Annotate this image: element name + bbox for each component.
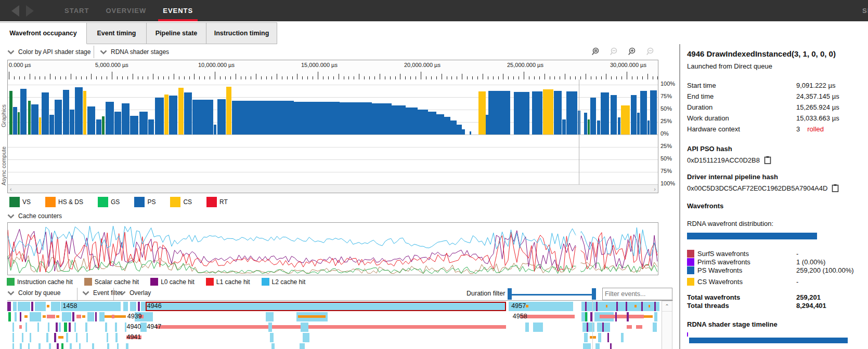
timeline-event-bar[interactable]	[72, 312, 74, 321]
tab-instruction-timing[interactable]: Instruction timing	[206, 22, 277, 44]
event-timeline-scrollbar[interactable]: ⌃	[662, 301, 672, 349]
nav-item-overview[interactable]: OVERVIEW	[101, 0, 151, 21]
timeline-event-bar[interactable]	[654, 302, 656, 311]
timeline-event-bar[interactable]	[58, 336, 63, 339]
timeline-event-bar[interactable]	[123, 302, 128, 311]
timeline-event-bar[interactable]	[28, 343, 30, 349]
timeline-event-bar[interactable]	[54, 333, 56, 342]
timeline-event-bar[interactable]	[69, 323, 71, 332]
timeline-event-bar[interactable]	[86, 333, 88, 342]
selected-event-bar[interactable]	[146, 302, 506, 311]
timeline-event-bar[interactable]	[105, 315, 126, 318]
timeline-event-bar[interactable]	[607, 333, 610, 342]
timeline-event-bar[interactable]	[8, 312, 11, 321]
timeline-event-bar[interactable]	[107, 343, 109, 349]
timeline-event-bar[interactable]	[20, 312, 21, 321]
tab-pipeline-state[interactable]: Pipeline state	[147, 22, 206, 44]
timeline-event-bar[interactable]	[30, 312, 42, 321]
timeline-event-bar[interactable]	[12, 333, 14, 342]
nav-forward-icon[interactable]	[26, 5, 34, 17]
timeline-event-bar[interactable]	[606, 305, 607, 307]
timeline-event-bar[interactable]	[644, 315, 653, 318]
timeline-event-bar[interactable]	[12, 323, 14, 332]
timeline-event-bar[interactable]	[636, 325, 643, 329]
timeline-event-bar[interactable]	[271, 343, 275, 349]
tab-event-timing[interactable]: Event timing	[87, 22, 147, 44]
timeline-event-bar[interactable]	[533, 323, 543, 332]
timeline-event-bar[interactable]	[615, 312, 617, 321]
tab-wavefront-occupancy[interactable]: Wavefront occupancy	[0, 22, 87, 44]
event-filter-dropdown[interactable]: Event filter	[82, 289, 123, 297]
timeline-event-bar[interactable]	[140, 323, 147, 332]
copy-clipboard-icon[interactable]	[832, 184, 839, 192]
timeline-event-bar[interactable]	[117, 343, 119, 349]
timeline-event-bar[interactable]	[585, 312, 587, 321]
scroll-up-icon[interactable]: ⌃	[662, 301, 672, 312]
duration-filter-max-handle[interactable]	[592, 288, 596, 300]
timeline-event-bar[interactable]	[15, 312, 17, 321]
timeline-event-bar[interactable]	[610, 343, 612, 349]
timeline-event-bar[interactable]	[25, 323, 27, 332]
timeline-event-bar[interactable]	[82, 315, 85, 318]
rdna-shader-stages-dropdown[interactable]: RDNA shader stages	[100, 47, 169, 57]
timeline-event-bar[interactable]	[57, 343, 59, 349]
timeline-event-bar[interactable]	[19, 325, 22, 329]
timeline-event-bar[interactable]	[18, 302, 30, 311]
timeline-event-bar[interactable]	[62, 312, 71, 321]
timeline-event-bar[interactable]	[115, 333, 118, 342]
timeline-event-bar[interactable]	[7, 302, 11, 311]
timeline-event-bar[interactable]	[99, 312, 105, 321]
timeline-event-bar[interactable]	[43, 315, 46, 318]
timeline-event-bar[interactable]	[12, 343, 14, 349]
timeline-event-bar[interactable]	[48, 323, 50, 332]
timeline-event-bar[interactable]	[37, 323, 39, 332]
nav-settings-link[interactable]: SETTINGS	[862, 0, 868, 21]
timeline-event-bar[interactable]	[268, 323, 273, 332]
timeline-event-bar[interactable]	[595, 343, 600, 349]
timeline-event-bar[interactable]	[130, 302, 137, 311]
timeline-event-bar[interactable]	[59, 323, 61, 332]
timeline-event-bar[interactable]	[525, 323, 529, 332]
timeline-event-bar[interactable]	[85, 323, 87, 332]
timeline-event-bar[interactable]	[76, 333, 78, 342]
nav-back-icon[interactable]	[11, 5, 19, 17]
timeline-event-bar[interactable]	[20, 343, 22, 349]
timeline-event-bar[interactable]	[126, 343, 128, 349]
timeline-event-bar[interactable]	[145, 312, 153, 321]
duration-filter-track[interactable]	[510, 294, 594, 296]
timeline-event-bar[interactable]	[76, 315, 81, 318]
timeline-event-bar[interactable]	[138, 302, 140, 311]
color-by-queue-dropdown[interactable]: Color by queue	[7, 289, 60, 297]
timeline-event-bar[interactable]	[24, 315, 28, 318]
timeline-event-bar[interactable]	[79, 343, 81, 349]
timeline-event-bar[interactable]	[526, 305, 528, 307]
timeline-event-bar[interactable]	[51, 302, 60, 311]
timeline-event-bar[interactable]	[22, 333, 24, 342]
timeline-event-bar[interactable]	[583, 343, 591, 349]
timeline-event-bar[interactable]	[38, 343, 41, 349]
timeline-event-bar[interactable]	[649, 305, 651, 307]
timeline-event-bar[interactable]	[616, 302, 618, 311]
timeline-event-bar[interactable]	[115, 323, 117, 332]
zoom-reset-icon[interactable]	[610, 47, 619, 56]
filter-events-search[interactable]	[602, 288, 672, 300]
color-by-api-stage-dropdown[interactable]: Color by API shader stage	[7, 47, 90, 57]
timeline-event-bar[interactable]	[298, 315, 326, 318]
timeline-event-bar[interactable]	[587, 323, 589, 332]
overlay-dropdown[interactable]: Overlay	[119, 289, 151, 297]
nav-item-events[interactable]: EVENTS	[158, 0, 198, 21]
timeline-event-bar[interactable]	[585, 302, 587, 311]
timeline-event-bar[interactable]	[584, 333, 588, 342]
timeline-event-bar[interactable]	[600, 315, 644, 318]
event-timeline[interactable]: 49461458495749394958494049474941 ⌃	[7, 300, 673, 349]
timeline-event-bar[interactable]	[654, 312, 657, 321]
timeline-event-bar[interactable]	[598, 333, 601, 342]
cache-counters-header[interactable]: Cache counters	[7, 211, 62, 221]
timeline-event-bar[interactable]	[627, 325, 632, 329]
timeline-event-bar[interactable]	[64, 323, 67, 332]
timeline-event-bar[interactable]	[112, 315, 114, 318]
timeline-event-bar[interactable]	[70, 343, 72, 349]
timeline-event-bar[interactable]	[596, 302, 598, 311]
timeline-event-bar[interactable]	[641, 302, 643, 311]
timeline-event-bar[interactable]	[30, 333, 31, 342]
